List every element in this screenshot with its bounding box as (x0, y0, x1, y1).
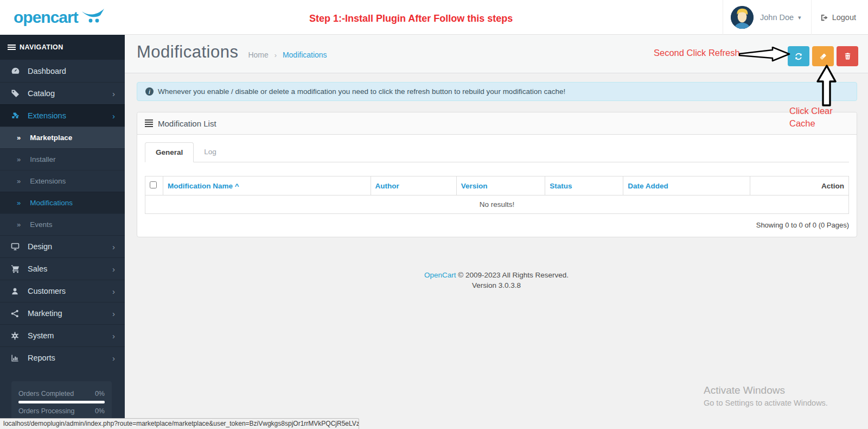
sidebar-item-dashboard[interactable]: Dashboard (0, 60, 125, 82)
modification-list-panel: Modification List General Log Modificati… (137, 112, 857, 237)
alert-text: Whenever you enable / disable or delete … (158, 87, 565, 96)
step-annotation: Step 1:-Install Plugin After Follow this… (309, 13, 513, 24)
tab-general[interactable]: General (145, 142, 194, 162)
double-chevron-icon: » (17, 155, 21, 163)
delete-button[interactable] (837, 46, 858, 66)
monitor-icon (11, 242, 20, 251)
breadcrumb-home[interactable]: Home (248, 51, 268, 59)
modification-table: Modification Name ^ Author Version Statu… (145, 176, 849, 214)
refresh-icon (794, 52, 803, 61)
stat-orders-processing: Orders Processing 0% (18, 407, 105, 415)
breadcrumb-current[interactable]: Modifications (283, 51, 327, 59)
gear-icon (11, 332, 20, 340)
sidebar-subitem-modifications[interactable]: » Modifications (0, 192, 125, 213)
sidebar-item-marketing[interactable]: Marketing › (0, 302, 125, 324)
top-navbar: opencart Step 1:-Install Plugin After Fo… (0, 0, 868, 35)
chevron-right-icon: › (112, 264, 115, 274)
chevron-down-icon: ▾ (798, 14, 801, 21)
tag-icon (11, 89, 20, 98)
sort-date-added[interactable]: Date Added (628, 182, 668, 190)
puzzle-icon (11, 111, 20, 120)
pagination-summary: Showing 0 to 0 of 0 (0 Pages) (145, 221, 849, 229)
opencart-logo[interactable]: opencart (0, 0, 125, 35)
browser-status-bar: localhost/demoplugin/admin/index.php?rou… (0, 418, 359, 429)
clear-cache-button[interactable] (812, 46, 834, 66)
breadcrumb: Home › Modifications (248, 51, 327, 59)
chevron-right-icon: › (112, 242, 115, 251)
sort-status[interactable]: Status (550, 182, 572, 190)
footer: OpenCart © 2009-2023 All Rights Reserved… (125, 237, 868, 291)
stat-value: 0% (95, 390, 105, 398)
cart-swoosh-icon (81, 8, 105, 24)
info-icon: i (145, 87, 154, 96)
panel-title: Modification List (158, 119, 216, 128)
arrow-up-icon (816, 65, 837, 107)
logout-icon (820, 14, 828, 22)
version-text: Version 3.0.3.8 (125, 280, 868, 291)
double-chevron-icon: » (17, 220, 21, 229)
sidebar-nav-header: NAVIGATION (0, 35, 125, 60)
double-chevron-icon: » (17, 177, 21, 185)
stat-value: 0% (95, 407, 105, 415)
cart-icon (11, 264, 20, 273)
sidebar: NAVIGATION Dashboard Catalog › Extension… (0, 35, 125, 429)
avatar (731, 6, 754, 29)
select-all-checkbox[interactable] (150, 181, 157, 188)
chevron-right-icon: › (112, 309, 115, 318)
trash-icon (844, 52, 852, 60)
user-menu[interactable]: John Doe ▾ (723, 0, 812, 35)
user-icon (11, 287, 20, 295)
sidebar-item-design[interactable]: Design › (0, 235, 125, 257)
table-row: No results! (145, 195, 849, 214)
eraser-icon (819, 52, 827, 61)
sidebar-subitem-events[interactable]: » Events (0, 213, 125, 235)
dashboard-icon (11, 66, 20, 75)
action-header: Action (750, 176, 848, 195)
sort-modification-name[interactable]: Modification Name ^ (168, 182, 239, 190)
table-header-row: Modification Name ^ Author Version Statu… (145, 176, 849, 195)
sort-asc-icon: ^ (235, 182, 239, 190)
tab-bar: General Log (145, 142, 849, 162)
sidebar-subitem-extensions[interactable]: » Extensions (0, 170, 125, 192)
sidebar-item-system[interactable]: System › (0, 324, 125, 346)
stat-orders-completed: Orders Completed 0% (18, 390, 105, 398)
activate-windows-watermark: Activate Windows Go to Settings to activ… (704, 384, 828, 407)
tab-log[interactable]: Log (194, 142, 227, 162)
chevron-right-icon: › (112, 111, 115, 121)
arrow-right-icon (739, 47, 791, 62)
sidebar-item-reports[interactable]: Reports › (0, 346, 125, 369)
double-chevron-icon: » (17, 134, 21, 142)
sidebar-subitem-installer[interactable]: » Installer (0, 148, 125, 170)
page-action-buttons (785, 46, 858, 66)
chevron-right-icon: › (112, 354, 115, 363)
opencart-footer-link[interactable]: OpenCart (424, 271, 456, 279)
logo-text: opencart (14, 9, 78, 26)
logout-label: Logout (832, 13, 856, 22)
chevron-right-icon: › (112, 331, 115, 340)
sidebar-item-sales[interactable]: Sales › (0, 257, 125, 280)
refresh-button[interactable] (788, 46, 809, 66)
annotation-second-click-refresh: Second Click Refresh (654, 48, 740, 58)
sort-version[interactable]: Version (461, 182, 488, 190)
annotation-click-clear-cache: Click Clear Cache (789, 105, 833, 130)
chevron-right-icon: › (112, 89, 115, 98)
double-chevron-icon: » (17, 199, 21, 207)
progress-bar (18, 401, 105, 403)
no-results-text: No results! (145, 195, 849, 214)
hamburger-icon (8, 43, 16, 51)
sort-author[interactable]: Author (375, 182, 399, 190)
logout-button[interactable]: Logout (812, 0, 868, 35)
info-alert: i Whenever you enable / disable or delet… (137, 82, 857, 101)
list-icon (145, 118, 153, 128)
sidebar-item-customers[interactable]: Customers › (0, 280, 125, 302)
sidebar-subitem-marketplace[interactable]: » Marketplace (0, 127, 125, 148)
copyright-text: © 2009-2023 All Rights Reserved. (456, 271, 569, 279)
breadcrumb-separator: › (275, 51, 277, 59)
page-title: Modifications (137, 42, 238, 62)
panel-heading: Modification List (137, 112, 857, 135)
user-name: John Doe (760, 13, 794, 22)
chevron-right-icon: › (112, 287, 115, 296)
sidebar-item-catalog[interactable]: Catalog › (0, 82, 125, 104)
sidebar-item-extensions[interactable]: Extensions › (0, 104, 125, 127)
share-icon (11, 310, 20, 318)
